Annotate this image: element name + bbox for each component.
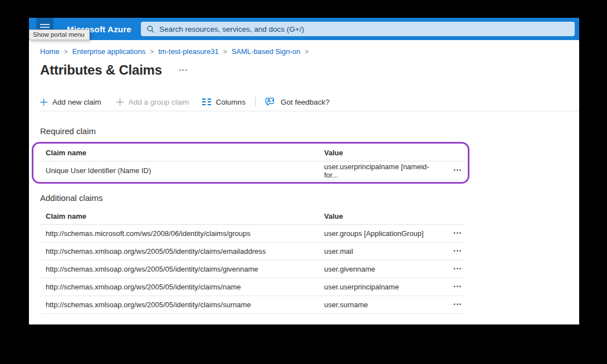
breadcrumb-link[interactable]: tm-test-pleasure31	[158, 47, 218, 56]
global-search-box[interactable]	[141, 22, 575, 36]
columns-icon	[202, 99, 211, 105]
required-claim-heading: Required claim	[40, 126, 568, 136]
add-group-claim-button[interactable]: Add a group claim	[116, 98, 189, 106]
add-new-claim-button[interactable]: Add new claim	[40, 98, 101, 106]
claim-name-cell[interactable]: http://schemas.xmlsoap.org/ws/2005/05/id…	[46, 283, 324, 291]
table-row: http://schemas.microsoft.com/ws/2008/06/…	[40, 225, 465, 243]
command-bar: Add new claim Add a group claim	[40, 96, 568, 108]
chevron-right-icon: >	[64, 48, 68, 56]
table-row: http://schemas.xmlsoap.org/ws/2005/05/id…	[40, 278, 465, 296]
page-context-menu-button[interactable]: ···	[179, 66, 188, 74]
row-context-menu-button[interactable]: •••	[439, 284, 465, 289]
additional-claims-heading: Additional claims	[40, 193, 568, 203]
columns-label: Columns	[216, 98, 246, 106]
global-search-input[interactable]	[159, 25, 569, 33]
title-row: Attributes & Claims ···	[40, 62, 568, 78]
plus-icon	[40, 99, 47, 106]
page-title: Attributes & Claims	[40, 62, 162, 78]
claim-name-cell[interactable]: http://schemas.xmlsoap.org/ws/2005/05/id…	[46, 301, 324, 309]
table-row: http://schemas.xmlsoap.org/ws/2005/05/id…	[40, 296, 465, 314]
row-context-menu-button[interactable]: •••	[439, 267, 465, 272]
column-header-claim-name[interactable]: Claim name	[46, 212, 324, 220]
column-header-value[interactable]: Value	[324, 212, 465, 220]
breadcrumb-link[interactable]: SAML-based Sign-on	[232, 47, 301, 56]
azure-top-bar: Microsoft Azure	[29, 18, 579, 40]
additional-claims-table: Claim name Value http://schemas.microsof…	[40, 208, 465, 314]
breadcrumb: Home > Enterprise applications > tm-test…	[40, 47, 568, 56]
table-header-row: Claim name Value	[40, 208, 465, 225]
page-content: Home > Enterprise applications > tm-test…	[29, 47, 579, 314]
table-row: Unique User Identifier (Name ID) user.us…	[40, 161, 465, 180]
chevron-right-icon: >	[150, 48, 154, 56]
claim-name-cell[interactable]: http://schemas.microsoft.com/ws/2008/06/…	[46, 229, 324, 238]
claim-value-cell[interactable]: user.givenname	[324, 265, 439, 273]
table-body: http://schemas.microsoft.com/ws/2008/06/…	[40, 225, 465, 314]
row-context-menu-button[interactable]: •••	[439, 302, 465, 307]
table-row: http://schemas.xmlsoap.org/ws/2005/05/id…	[40, 243, 465, 260]
claim-value-cell[interactable]: user.surname	[324, 301, 439, 309]
required-claim-table-wrap: Claim name Value Unique User Identifier …	[40, 145, 568, 180]
row-context-menu-button[interactable]: •••	[439, 249, 465, 254]
table-row: http://schemas.xmlsoap.org/ws/2005/05/id…	[40, 260, 465, 278]
required-claims-table: Claim name Value Unique User Identifier …	[40, 145, 465, 180]
claim-name-cell[interactable]: http://schemas.xmlsoap.org/ws/2005/05/id…	[46, 247, 324, 255]
claim-value-cell[interactable]: user.groups [ApplicationGroup]	[324, 229, 439, 238]
search-icon	[146, 25, 155, 33]
breadcrumb-link[interactable]: Enterprise applications	[72, 47, 146, 56]
claim-value-cell[interactable]: user.mail	[324, 247, 439, 255]
table-body: Unique User Identifier (Name ID) user.us…	[40, 161, 465, 180]
column-header-claim-name[interactable]: Claim name	[46, 149, 324, 157]
azure-portal-window: Microsoft Azure Show portal menu Home > …	[29, 18, 579, 324]
claim-name-cell[interactable]: Unique User Identifier (Name ID)	[46, 166, 324, 175]
add-group-claim-label: Add a group claim	[129, 98, 189, 106]
got-feedback-label: Got feedback?	[281, 98, 330, 106]
column-header-value[interactable]: Value	[324, 149, 465, 157]
add-new-claim-label: Add new claim	[52, 98, 101, 106]
row-context-menu-button[interactable]: •••	[439, 231, 465, 236]
plus-icon	[116, 99, 124, 106]
row-context-menu-button[interactable]: •••	[439, 168, 465, 173]
claim-value-cell[interactable]: user.userprincipalname [nameid-for...	[324, 163, 439, 179]
chevron-right-icon: >	[305, 48, 309, 56]
chevron-right-icon: >	[223, 48, 227, 56]
got-feedback-button[interactable]: Got feedback?	[265, 97, 330, 106]
table-header-row: Claim name Value	[40, 145, 465, 161]
feedback-icon	[265, 97, 276, 106]
breadcrumb-link[interactable]: Home	[40, 47, 60, 56]
toolbar-divider	[255, 97, 256, 107]
toolbar-rule	[40, 111, 579, 111]
claim-name-cell[interactable]: http://schemas.xmlsoap.org/ws/2005/05/id…	[46, 265, 324, 273]
columns-button[interactable]: Columns	[202, 98, 246, 106]
show-portal-menu-tooltip: Show portal menu	[29, 29, 90, 40]
claim-value-cell[interactable]: user.userprincipalname	[324, 283, 439, 291]
